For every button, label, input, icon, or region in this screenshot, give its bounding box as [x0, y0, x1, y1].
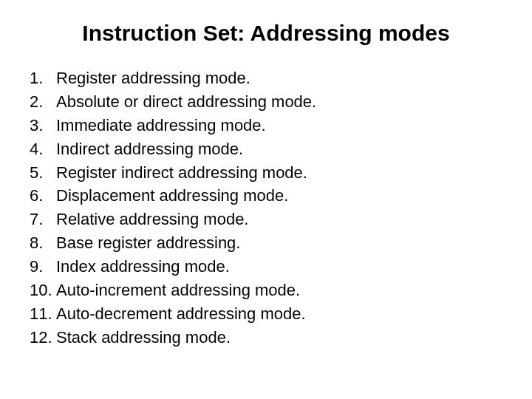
- list-item: 12. Stack addressing mode.: [30, 326, 502, 349]
- item-number: 4.: [30, 137, 56, 161]
- item-text: Auto-increment addressing mode.: [56, 279, 502, 302]
- list-item: 6. Displacement addressing mode.: [30, 184, 502, 208]
- item-number: 2.: [30, 90, 56, 114]
- page-title: Instruction Set: Addressing modes: [30, 21, 502, 46]
- item-number: 10.: [30, 279, 56, 302]
- item-number: 8.: [30, 231, 56, 255]
- item-text: Auto-decrement addressing mode.: [56, 302, 502, 326]
- list-item: 3. Immediate addressing mode.: [30, 114, 502, 137]
- list-item: 11. Auto-decrement addressing mode.: [30, 302, 502, 326]
- list-item: 8. Base register addressing.: [30, 231, 502, 255]
- addressing-modes-list: 1. Register addressing mode. 2. Absolute…: [30, 66, 502, 349]
- item-number: 3.: [30, 114, 56, 137]
- item-number: 9.: [30, 255, 56, 279]
- list-item: 1. Register addressing mode.: [30, 66, 502, 90]
- list-item: 7. Relative addressing mode.: [30, 208, 502, 231]
- item-number: 11.: [30, 302, 56, 326]
- item-number: 6.: [30, 184, 56, 208]
- item-text: Displacement addressing mode.: [56, 184, 502, 208]
- item-number: 1.: [30, 66, 56, 90]
- item-text: Index addressing mode.: [56, 255, 502, 279]
- item-number: 5.: [30, 161, 56, 185]
- item-text: Register indirect addressing mode.: [56, 161, 502, 185]
- item-text: Absolute or direct addressing mode.: [56, 90, 502, 114]
- list-item: 9. Index addressing mode.: [30, 255, 502, 279]
- item-text: Register addressing mode.: [56, 66, 502, 90]
- list-item: 10. Auto-increment addressing mode.: [30, 279, 502, 302]
- item-text: Immediate addressing mode.: [56, 114, 502, 137]
- item-text: Base register addressing.: [56, 231, 502, 255]
- list-item: 5. Register indirect addressing mode.: [30, 161, 502, 185]
- item-text: Stack addressing mode.: [56, 326, 502, 349]
- list-item: 2. Absolute or direct addressing mode.: [30, 90, 502, 114]
- item-text: Relative addressing mode.: [56, 208, 502, 231]
- item-number: 12.: [30, 326, 56, 349]
- item-number: 7.: [30, 208, 56, 231]
- list-item: 4. Indirect addressing mode.: [30, 137, 502, 161]
- item-text: Indirect addressing mode.: [56, 137, 502, 161]
